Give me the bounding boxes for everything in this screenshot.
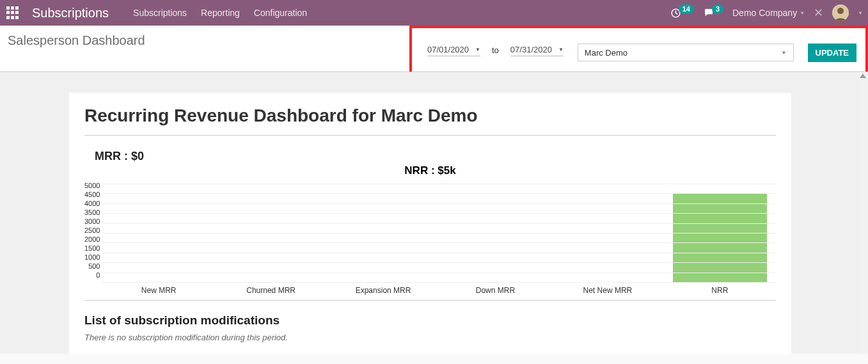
nrr-label: NRR : $5k bbox=[84, 164, 776, 177]
content-area: Recurring Revenue Dashboard for Marc Dem… bbox=[0, 72, 868, 354]
y-tick: 2500 bbox=[84, 226, 100, 235]
activity-icon[interactable]: 14 bbox=[670, 8, 694, 19]
date-to-value: 07/31/2020 bbox=[510, 45, 552, 54]
y-tick: 3000 bbox=[84, 217, 100, 226]
vertical-scrollbar[interactable] bbox=[858, 72, 868, 354]
y-tick: 500 bbox=[88, 262, 100, 271]
y-tick: 1500 bbox=[84, 244, 100, 253]
user-avatar[interactable] bbox=[832, 4, 849, 21]
company-name: Demo Company bbox=[732, 8, 797, 18]
topbar-right: 14 3 Demo Company ▼ ✕ ▼ bbox=[670, 4, 863, 21]
y-tick: 2000 bbox=[84, 235, 100, 244]
nav-reporting[interactable]: Reporting bbox=[201, 8, 240, 18]
company-switcher[interactable]: Demo Company ▼ bbox=[732, 8, 805, 18]
chart-bar[interactable] bbox=[673, 193, 767, 282]
nav-subscriptions[interactable]: Subscriptions bbox=[133, 8, 187, 18]
x-tick: New MRR bbox=[102, 282, 214, 295]
x-axis: New MRRChurned MRRExpansion MRRDown MRRN… bbox=[102, 282, 776, 295]
salesperson-value: Marc Demo bbox=[585, 48, 627, 58]
mrr-label: MRR : $0 bbox=[95, 150, 776, 163]
messages-icon[interactable]: 3 bbox=[703, 7, 723, 19]
dashboard-card: Recurring Revenue Dashboard for Marc Dem… bbox=[69, 93, 791, 354]
dashboard-title: Recurring Revenue Dashboard for Marc Dem… bbox=[84, 106, 776, 136]
top-navbar: Subscriptions Subscriptions Reporting Co… bbox=[0, 0, 868, 26]
chevron-down-icon: ▼ bbox=[475, 47, 480, 52]
y-tick: 5000 bbox=[84, 181, 100, 190]
nav-menu: Subscriptions Reporting Configuration bbox=[133, 8, 307, 18]
date-to-input[interactable]: 07/31/2020 ▼ bbox=[510, 44, 564, 56]
activity-badge: 14 bbox=[679, 4, 694, 13]
chart-section: MRR : $0 NRR : $5k 500045004000350030002… bbox=[84, 150, 776, 301]
x-tick: Net New MRR bbox=[551, 282, 663, 295]
y-tick: 0 bbox=[96, 271, 100, 280]
svg-point-2 bbox=[837, 8, 844, 14]
app-title: Subscriptions bbox=[32, 6, 109, 20]
date-from-input[interactable]: 07/01/2020 ▼ bbox=[427, 44, 480, 56]
x-tick: NRR bbox=[664, 282, 776, 295]
messages-badge: 3 bbox=[712, 4, 723, 13]
x-tick: Down MRR bbox=[439, 282, 551, 295]
modifications-title: List of subscription modifications bbox=[84, 313, 776, 328]
chart-plot bbox=[102, 181, 776, 282]
x-tick: Expansion MRR bbox=[327, 282, 439, 295]
page-title: Salesperson Dashboard bbox=[8, 33, 145, 48]
y-tick: 4500 bbox=[84, 190, 100, 199]
chevron-down-icon: ▼ bbox=[782, 50, 787, 56]
y-tick: 4000 bbox=[84, 199, 100, 208]
y-tick: 3500 bbox=[84, 208, 100, 217]
close-icon[interactable]: ✕ bbox=[814, 6, 823, 20]
bar-column bbox=[664, 193, 776, 282]
user-caret-icon[interactable]: ▼ bbox=[858, 10, 863, 16]
y-axis: 5000450040003500300025002000150010005000 bbox=[84, 181, 102, 295]
update-button[interactable]: UPDATE bbox=[808, 44, 856, 62]
salesperson-select[interactable]: Marc Demo ▼ bbox=[578, 44, 794, 61]
chart-area: 5000450040003500300025002000150010005000… bbox=[84, 181, 776, 295]
x-tick: Churned MRR bbox=[215, 282, 327, 295]
chevron-down-icon: ▼ bbox=[800, 10, 805, 16]
control-panel: Salesperson Dashboard 07/01/2020 ▼ to 07… bbox=[0, 26, 868, 72]
date-from-value: 07/01/2020 bbox=[427, 45, 469, 54]
apps-icon[interactable] bbox=[5, 5, 20, 20]
modifications-empty: There is no subscription modification du… bbox=[84, 333, 776, 342]
date-range: 07/01/2020 ▼ to 07/31/2020 ▼ bbox=[427, 44, 564, 56]
y-tick: 1000 bbox=[84, 253, 100, 262]
to-label: to bbox=[492, 45, 499, 55]
nav-configuration[interactable]: Configuration bbox=[254, 8, 307, 18]
chevron-down-icon: ▼ bbox=[558, 47, 564, 52]
